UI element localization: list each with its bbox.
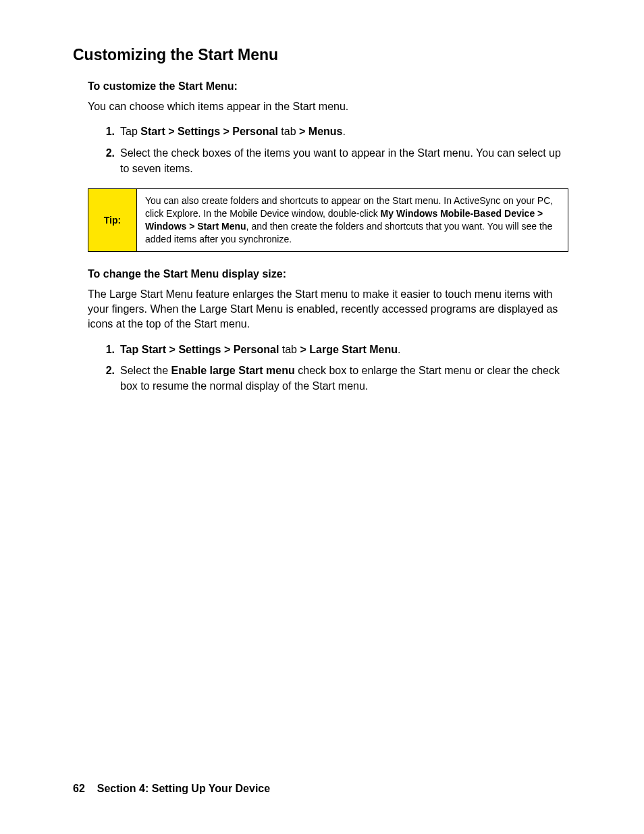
- step-number: 1.: [101, 342, 115, 357]
- text-run: .: [398, 344, 400, 355]
- subheading-customize: To customize the Start Menu:: [88, 80, 568, 93]
- text-run-bold: > Menus: [299, 126, 342, 137]
- page-number: 62: [73, 783, 85, 794]
- tip-content: You can also create folders and shortcut…: [137, 189, 568, 251]
- text-run: Tap: [120, 126, 140, 137]
- document-page: Customizing the Start Menu To customize …: [0, 0, 644, 834]
- text-run: tab: [279, 344, 300, 355]
- step-2: 2. Select the check boxes of the items y…: [88, 145, 568, 176]
- step-text: Select the check boxes of the items you …: [120, 147, 561, 174]
- section-customize: To customize the Start Menu: You can cho…: [88, 80, 568, 394]
- text-run: .: [342, 126, 345, 137]
- text-run: Select the: [120, 365, 171, 376]
- section-title: Section 4: Setting Up Your Device: [97, 783, 270, 794]
- intro-display-size: The Large Start Menu feature enlarges th…: [88, 287, 568, 332]
- tip-box: Tip: You can also create folders and sho…: [88, 188, 568, 252]
- step-number: 2.: [101, 363, 115, 378]
- step-1: 1. Tap Start > Settings > Personal tab >…: [88, 342, 568, 357]
- step-2: 2. Select the Enable large Start menu ch…: [88, 363, 568, 394]
- subheading-display-size: To change the Start Menu display size:: [88, 268, 568, 280]
- step-1: 1. Tap Start > Settings > Personal tab >…: [88, 124, 568, 139]
- step-number: 2.: [101, 145, 115, 161]
- text-run-bold: > Large Start Menu: [300, 344, 397, 355]
- step-text: Tap Start > Settings > Personal tab > Me…: [120, 126, 346, 137]
- text-run-bold: Tap Start > Settings > Personal: [120, 344, 279, 355]
- step-text: Tap Start > Settings > Personal tab > La…: [120, 344, 400, 355]
- text-run-bold: Start > Settings > Personal: [140, 126, 278, 137]
- intro-customize: You can choose which items appear in the…: [88, 99, 568, 114]
- tip-label: Tip:: [88, 189, 137, 251]
- text-run: tab: [278, 126, 299, 137]
- steps-display-size: 1. Tap Start > Settings > Personal tab >…: [88, 342, 568, 394]
- steps-customize: 1. Tap Start > Settings > Personal tab >…: [88, 124, 568, 176]
- text-run-bold: Enable large Start menu: [171, 365, 295, 376]
- page-heading: Customizing the Start Menu: [73, 46, 568, 64]
- page-footer: 62Section 4: Setting Up Your Device: [73, 783, 270, 795]
- step-text: Select the Enable large Start menu check…: [120, 365, 560, 392]
- step-number: 1.: [101, 124, 115, 139]
